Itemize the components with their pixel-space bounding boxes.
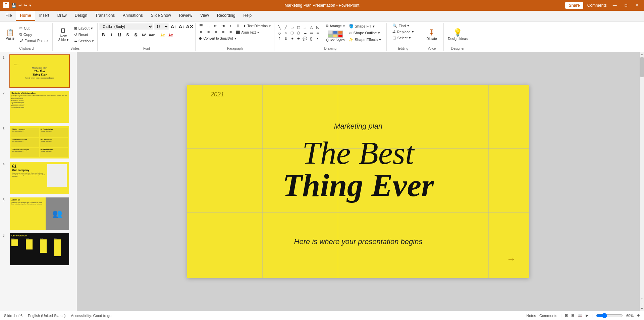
share-button[interactable]: Share (565, 2, 583, 9)
shape-arrow-u[interactable]: ⇑ (276, 36, 282, 41)
slide-sorter-button[interactable]: ⊟ (571, 313, 574, 318)
shape-pentagon[interactable]: ⬠ (296, 30, 302, 36)
shadow-button[interactable]: S (132, 31, 139, 39)
shape-triangle[interactable]: △ (308, 25, 314, 30)
text-direction-button[interactable]: ⬆ Text Direction ▾ (242, 24, 272, 29)
slide-4-thumbnail[interactable]: 01 Our company Share you own great text … (9, 161, 70, 195)
shape-line2[interactable]: ╱ (283, 25, 289, 30)
distribute-v-button[interactable]: ≡ (227, 29, 234, 35)
copy-button[interactable]: ⧉ Copy (18, 32, 50, 37)
designer-group[interactable]: 💡 Design Ideas Designer (444, 23, 472, 51)
minimize-button[interactable]: — (611, 3, 619, 8)
tab-file[interactable]: File (1, 11, 16, 21)
select-button[interactable]: ⬚ Select ▾ (391, 35, 412, 41)
numbering-button[interactable]: ⒈ (205, 23, 212, 29)
shape-callout[interactable]: 💬 (302, 36, 308, 41)
tab-transitions[interactable]: Transitions (91, 11, 119, 21)
shape-fill-button[interactable]: 🪣 Shape Fill ▾ (347, 24, 384, 29)
replace-button[interactable]: ⇄ Replace ▾ (391, 29, 415, 35)
shape-cloud[interactable]: ☁ (302, 30, 308, 36)
bullets-button[interactable]: ☰ (198, 23, 204, 29)
tab-help[interactable]: Help (239, 11, 256, 21)
shape-rounded-rect[interactable]: ▢ (296, 25, 302, 30)
font-size-select[interactable]: 18 12 14 16 20 24 28 36 48 72 (154, 23, 169, 30)
tab-slideshow[interactable]: Slide Show (147, 11, 175, 21)
shape-star5[interactable]: ★ (296, 36, 302, 41)
dictate-button[interactable]: 🎙 Dictate (424, 28, 439, 41)
align-right-button[interactable]: ≡ (212, 29, 219, 35)
slide-thumbnail-6[interactable]: 6 Our evolution 2009 2011 (3, 232, 74, 266)
comments-status[interactable]: Comments (539, 314, 557, 318)
shape-effects-button[interactable]: ✨ Shape Effects ▾ (347, 37, 384, 43)
slide-main-title[interactable]: The Best Thing Ever (187, 137, 529, 201)
tab-review[interactable]: Review (175, 11, 196, 21)
paste-button[interactable]: 📋 Paste (3, 29, 17, 41)
shape-rect[interactable]: ▭ (289, 25, 295, 30)
section-button[interactable]: ≣ Section ▾ (73, 38, 96, 44)
align-text-button[interactable]: ⬛ Align Text ▾ (234, 30, 260, 35)
slide-thumbnail-3[interactable]: 3 01 Our company You can describe... 02 … (3, 126, 74, 159)
slide-thumbnail-2[interactable]: 2 Contents of this template When you thi… (3, 90, 74, 124)
char-spacing-button[interactable]: AV (140, 31, 147, 39)
font-family-select[interactable]: Calibri (Body) Arial Times New Roman (100, 23, 153, 30)
decrease-indent-button[interactable]: ⇤ (212, 23, 219, 29)
increase-font-button[interactable]: A↑ (170, 23, 177, 30)
slide-1-thumbnail[interactable]: 2021 Marketing plan The BestThing Ever H… (9, 54, 70, 88)
shape-arrow-l[interactable]: ⇐ (315, 30, 321, 36)
scroll-page-up-button[interactable]: ⬆ (640, 297, 644, 302)
columns-button[interactable]: ⫴ (234, 23, 241, 29)
tab-home[interactable]: Home (16, 11, 35, 21)
slide-panel-scroll[interactable]: 1 2021 Marketing plan The BestThing Ever… (3, 54, 74, 308)
underline-button[interactable]: U (116, 31, 123, 39)
increase-indent-button[interactable]: ⇥ (220, 23, 226, 29)
shape-hexagon[interactable]: ⬡ (289, 30, 295, 36)
decrease-font-button[interactable]: A↓ (178, 23, 185, 30)
shape-line[interactable]: ╲ (276, 25, 282, 30)
convert-smartart-button[interactable]: ⬢ Convert to SmartArt ▾ (198, 36, 237, 41)
shape-star4[interactable]: ✦ (289, 36, 295, 41)
slide-thumbnail-5[interactable]: 5 About us Share you own great text here… (3, 197, 74, 230)
close-button[interactable]: ✕ (633, 3, 641, 8)
zoom-slider[interactable] (596, 313, 623, 318)
tab-insert[interactable]: Insert (35, 11, 53, 21)
clear-formatting-button[interactable]: A✕ (186, 23, 193, 30)
change-case-button[interactable]: Aa▾ (148, 31, 155, 39)
strikethrough-button[interactable]: S (124, 31, 131, 39)
shape-outline-button[interactable]: ▭ Shape Outline ▾ (347, 30, 384, 36)
tab-recording[interactable]: Recording (213, 11, 239, 21)
shape-diamond[interactable]: ◇ (276, 30, 282, 36)
layout-button[interactable]: ⊞ Layout ▾ (73, 26, 96, 31)
shape-arrow-r[interactable]: ⇒ (308, 30, 314, 36)
reading-view-button[interactable]: 📖 (578, 313, 582, 318)
shape-right-triangle[interactable]: ◺ (315, 25, 321, 30)
design-ideas-button[interactable]: 💡 Design Ideas (447, 28, 469, 41)
scroll-up-button[interactable]: ▲ (640, 52, 644, 56)
comments-button[interactable]: Comments (587, 3, 607, 8)
tab-animations[interactable]: Animations (119, 11, 147, 21)
maximize-button[interactable]: □ (623, 3, 629, 8)
font-color-button[interactable]: A▾ (167, 31, 174, 39)
scroll-down-button[interactable]: ▼ (640, 306, 644, 311)
scroll-page-down-button[interactable]: ⬇ (640, 302, 644, 306)
slide-canvas[interactable]: 2021 Marketing plan The Best Thing Ever … (187, 85, 529, 278)
shape-bracket[interactable]: {} (308, 36, 314, 41)
shape-more[interactable]: ▾ (315, 36, 321, 41)
justify-button[interactable]: ≡ (220, 29, 226, 35)
tab-view[interactable]: View (196, 11, 213, 21)
tab-design[interactable]: Design (71, 11, 91, 21)
highlight-color-button[interactable]: A▾ (159, 31, 166, 39)
slide-thumbnail-1[interactable]: 1 2021 Marketing plan The BestThing Ever… (3, 54, 74, 88)
quick-styles-button[interactable]: Quick Styles (324, 30, 347, 43)
arrange-button[interactable]: ⧉ Arrange ▾ (324, 23, 347, 29)
notes-button[interactable]: Notes (526, 314, 536, 318)
slideshow-button[interactable]: ▶ (586, 313, 588, 318)
normal-view-button[interactable]: ⊞ (565, 313, 568, 318)
format-painter-button[interactable]: 🖌 Format Painter (18, 38, 50, 43)
slide-thumbnail-4[interactable]: 4 01 Our company Share you own great tex… (3, 161, 74, 195)
shape-arrow-d[interactable]: ⇓ (283, 36, 289, 41)
line-spacing-button[interactable]: ↕ (227, 23, 234, 29)
fit-slide-button[interactable]: ⊕ (637, 313, 640, 318)
align-left-button[interactable]: ≡ (198, 29, 204, 35)
italic-button[interactable]: I (108, 31, 115, 39)
new-slide-button[interactable]: 🗒 NewSlide ▾ (55, 27, 72, 42)
